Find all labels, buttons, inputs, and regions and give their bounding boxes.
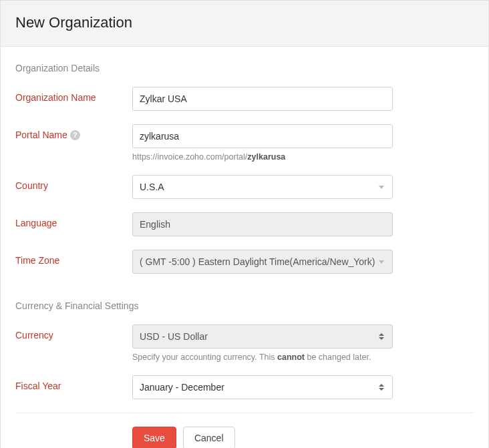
row-portal-name: Portal Name ? https://invoice.zoho.com/p…: [15, 124, 474, 162]
panel-body: Organization Details Organization Name P…: [1, 47, 488, 448]
save-button[interactable]: Save: [132, 427, 176, 448]
page-title: New Organization: [15, 14, 474, 31]
help-icon[interactable]: ?: [70, 130, 80, 140]
label-portal-name: Portal Name ?: [15, 124, 132, 140]
row-currency: Currency USD - US Dollar Specify your ac…: [15, 324, 474, 362]
label-fiscal-year: Fiscal Year: [15, 375, 132, 391]
label-organization-name: Organization Name: [15, 87, 132, 103]
chevron-down-icon: [379, 186, 384, 189]
label-language: Language: [15, 212, 132, 228]
row-language: Language English: [15, 212, 474, 236]
sort-caret-icon: [379, 333, 384, 340]
chevron-down-icon: [379, 260, 384, 264]
organization-name-input[interactable]: [132, 87, 393, 111]
form-actions: Save Cancel: [15, 427, 474, 448]
portal-url-hint: https://invoice.zoho.com/portal/zylkarus…: [132, 152, 393, 162]
row-timezone: Time Zone ( GMT -5:00 ) Eastern Daylight…: [15, 250, 474, 274]
sort-caret-icon: [379, 384, 384, 391]
row-fiscal-year: Fiscal Year January - December: [15, 375, 474, 399]
section-title-financial: Currency & Financial Settings: [15, 300, 474, 311]
label-timezone: Time Zone: [15, 250, 132, 266]
fiscal-year-select[interactable]: January - December: [132, 375, 393, 399]
row-country: Country U.S.A: [15, 175, 474, 199]
label-country: Country: [15, 175, 132, 191]
section-title-details: Organization Details: [15, 63, 474, 73]
cancel-button[interactable]: Cancel: [183, 427, 235, 448]
row-organization-name: Organization Name: [15, 87, 474, 111]
country-select[interactable]: U.S.A: [132, 175, 393, 199]
label-currency: Currency: [15, 324, 132, 341]
new-organization-panel: New Organization Organization Details Or…: [0, 0, 489, 448]
currency-hint: Specify your accounting currency. This c…: [132, 353, 393, 362]
language-readonly: English: [132, 212, 393, 236]
timezone-select[interactable]: ( GMT -5:00 ) Eastern Daylight Time(Amer…: [132, 250, 393, 274]
panel-header: New Organization: [1, 1, 488, 47]
portal-name-input[interactable]: [132, 124, 393, 148]
divider: [15, 413, 474, 413]
currency-select[interactable]: USD - US Dollar: [132, 324, 393, 349]
